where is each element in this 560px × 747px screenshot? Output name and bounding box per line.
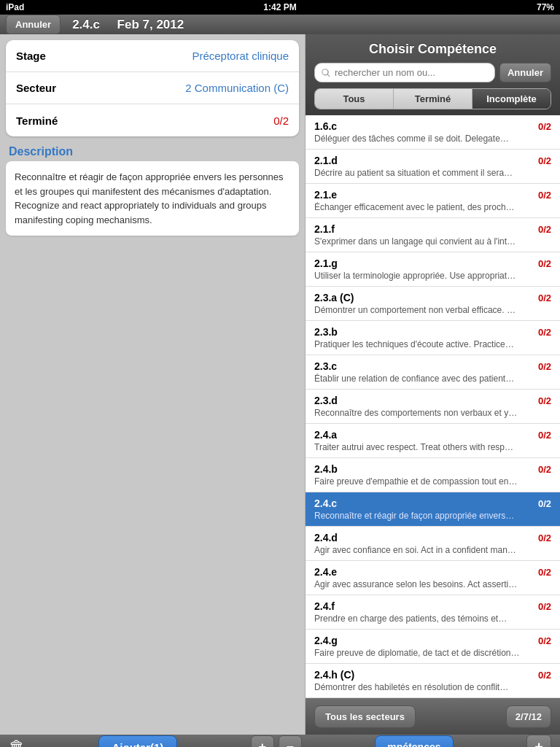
list-item-code: 2.4.h (C) [314,669,354,681]
list-item-score: 0/2 [538,430,551,441]
list-item-code: 2.4.e [314,566,337,578]
list-item[interactable]: 2.1.e 0/2 Échanger efficacement avec le … [306,184,560,218]
list-item[interactable]: 2.1.d 0/2 Décrire au patient sa situatio… [306,150,560,184]
search-input-wrap [314,63,495,82]
right-title: Choisir Compétence [314,42,551,57]
list-item[interactable]: 2.4.c 0/2 Reconnaître et réagir de façon… [306,492,560,527]
list-item[interactable]: 2.3.d 0/2 Reconnaître des comportements … [306,390,560,424]
list-item-desc: Pratiquer les techniques d'écoute active… [314,339,551,349]
list-item-score: 0/2 [538,464,551,475]
description-section: Description Reconnaître et réagir de faç… [6,141,299,236]
date-badge: 2/7/12 [506,705,551,728]
list-item[interactable]: 1.6.c 0/2 Déléguer des tâches comme il s… [306,115,560,150]
status-battery: 77% [537,2,554,12]
list-item-score: 0/2 [538,361,551,372]
list-item[interactable]: 2.4.e 0/2 Agir avec assurance selon les … [306,561,560,595]
top-cancel-button[interactable]: Annuler [6,15,61,34]
list-item-desc: Décrire au patient sa situation et comme… [314,168,551,178]
list-item-code: 1.6.c [314,120,337,132]
list-item-desc: Traiter autrui avec respect. Treat other… [314,442,551,452]
list-item-score: 0/2 [538,601,551,612]
list-item-score: 0/2 [538,498,551,509]
search-cancel-button[interactable]: Annuler [499,63,551,82]
list-item[interactable]: 2.4.h (C) 0/2 Démontrer des habiletés en… [306,664,560,698]
right-bottom-bar: Tous les secteurs 2/7/12 [306,698,560,735]
description-box: Reconnaître et réagir de façon approprié… [6,161,299,236]
list-item-score: 0/2 [538,533,551,543]
description-text: Reconnaître et réagir de façon approprié… [15,171,284,225]
list-item-score: 0/2 [538,258,551,269]
list-item-code: 2.4.c [314,498,337,509]
list-item[interactable]: 2.1.f 0/2 S'exprimer dans un langage qui… [306,218,560,252]
competences-tab[interactable]: mpétences [375,735,453,747]
termine-row: Terminé 0/2 [6,104,299,136]
list-item-desc: Démontrer des habiletés en résolution de… [314,682,551,692]
list-item-code: 2.1.f [314,223,335,235]
segment-tous[interactable]: Tous [315,89,394,109]
list-item-code: 2.1.g [314,258,338,269]
list-item-code: 2.4.g [314,635,338,646]
list-item-score: 0/2 [538,224,551,235]
detail-card: Stage Préceptorat clinique Secteur 2 Com… [6,40,299,136]
list-item-score: 0/2 [538,327,551,338]
list-item-desc: Reconnaître des comportements non verbau… [314,408,551,418]
list-item-code: 2.3.d [314,395,338,406]
list-item-desc: Agir avec assurance selon les besoins. A… [314,579,551,589]
list-item-code: 2.4.d [314,532,338,543]
list-item-code: 2.4.a [314,429,337,441]
list-item[interactable]: 2.1.g 0/2 Utiliser la terminologie appro… [306,252,560,287]
status-wifi: iPad [6,2,24,12]
add-round-button[interactable]: + [526,735,551,747]
list-item[interactable]: 2.3.c 0/2 Établir une relation de confia… [306,355,560,390]
list-item-score: 0/2 [538,293,551,303]
list-item-desc: S'exprimer dans un langage qui convient … [314,236,551,247]
list-item-desc: Agir avec confiance en soi. Act in a con… [314,545,551,555]
minus-button[interactable]: − [279,735,302,747]
list-item[interactable]: 2.3.b 0/2 Pratiquer les techniques d'éco… [306,321,560,355]
stage-value: Préceptorat clinique [89,50,289,62]
termine-label: Terminé [16,115,89,127]
list-item[interactable]: 2.4.b 0/2 Faire preuve d'empathie et de … [306,458,560,492]
right-header: Choisir Compétence Annuler Tous Terminé [306,34,560,115]
list-item-desc: Faire preuve de diplomatie, de tact et d… [314,648,551,658]
search-bar: Annuler [314,63,551,82]
list-item-code: 2.1.e [314,189,337,201]
ajouter-button[interactable]: Ajouter(1) [98,735,178,748]
description-title: Description [6,141,299,161]
list-item-code: 2.3.b [314,326,338,338]
list-item[interactable]: 2.4.g 0/2 Faire preuve de diplomatie, de… [306,630,560,664]
secteur-row: Secteur 2 Communication (C) [6,72,299,104]
competence-list[interactable]: 1.6.c 0/2 Déléguer des tâches comme il s… [306,115,560,698]
nav-title: 2.4.c Feb 7, 2012 [72,18,184,32]
segment-incomplete[interactable]: Incomplète [472,89,551,109]
main-area: Annuler 2.4.c Feb 7, 2012 Stage Précepto… [0,15,560,747]
left-panel: Stage Préceptorat clinique Secteur 2 Com… [0,34,305,735]
list-item-score: 0/2 [538,155,551,166]
list-item-code: 2.3.c [314,360,337,372]
list-item-score: 0/2 [538,567,551,578]
plus-button[interactable]: + [251,735,274,747]
search-input[interactable] [335,67,489,78]
list-item-desc: Faire preuve d'empathie et de compassion… [314,476,551,487]
termine-value: 0/2 [89,115,289,127]
list-item-desc: Échanger efficacement avec le patient, d… [314,202,551,212]
list-item-desc: Établir une relation de confiance avec d… [314,374,551,384]
list-item[interactable]: 2.4.a 0/2 Traiter autrui avec respect. T… [306,424,560,458]
tous-secteurs-button[interactable]: Tous les secteurs [314,705,416,728]
stage-label: Stage [16,50,89,62]
trash-button[interactable]: 🗑 [9,738,25,747]
list-item[interactable]: 2.4.f 0/2 Prendre en charge des patients… [306,595,560,630]
stage-row: Stage Préceptorat clinique [6,40,299,72]
segment-termine[interactable]: Terminé [394,89,472,109]
list-item-score: 0/2 [538,670,551,681]
search-icon [321,68,331,78]
list-item-code: 2.4.b [314,463,338,475]
list-item-score: 0/2 [538,395,551,406]
secteur-label: Secteur [16,82,89,94]
secteur-value: 2 Communication (C) [89,82,289,94]
list-item[interactable]: 2.3.a (C) 0/2 Démontrer un comportement … [306,287,560,321]
list-item[interactable]: 2.4.d 0/2 Agir avec confiance en soi. Ac… [306,527,560,561]
list-item-desc: Prendre en charge des patients, des témo… [314,614,551,624]
content-area: Stage Préceptorat clinique Secteur 2 Com… [0,34,560,735]
segment-control: Tous Terminé Incomplète [314,88,551,109]
